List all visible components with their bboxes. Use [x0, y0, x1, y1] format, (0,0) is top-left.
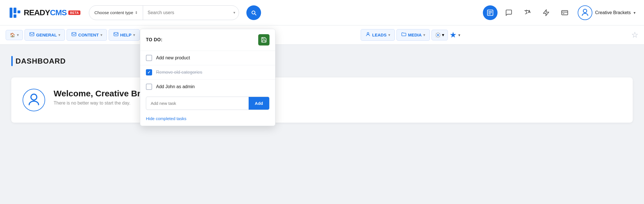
nav-bar: 🏠 ▾ GENERAL ▾ CONTENT ▾: [0, 25, 644, 45]
credit-card-icon: [561, 9, 568, 16]
general-label: GENERAL: [36, 32, 57, 37]
nav-item-leads[interactable]: LEADS ▾: [361, 29, 395, 41]
svg-point-15: [437, 34, 439, 36]
media-icon: [401, 32, 406, 38]
todo-title: TO DO:: [146, 37, 163, 42]
home-icon: 🏠: [10, 32, 15, 38]
todo-checkbox-3[interactable]: [146, 84, 152, 90]
content-envelope-icon: [71, 32, 76, 37]
todo-item-3: Add John as admin: [140, 79, 275, 94]
home-chevron-icon: ▾: [17, 33, 19, 37]
header-icons: Creative Brackets ▾: [483, 5, 636, 20]
chat-icon: [505, 9, 512, 16]
leads-user-icon: [365, 32, 371, 37]
nav-right: LEADS ▾ MEDIA ▾ ▾ ★ ▾ ☆: [361, 29, 638, 41]
svg-rect-3: [17, 10, 20, 13]
help-chevron-icon: ▾: [133, 33, 135, 37]
nav-item-content[interactable]: CONTENT ▾: [67, 29, 107, 41]
logo-cms-text: CMS: [50, 8, 67, 17]
media-chevron-icon: ▾: [423, 33, 425, 37]
svg-point-14: [367, 32, 369, 34]
lightning-button[interactable]: [539, 5, 553, 20]
search-dropdown-arrow-icon[interactable]: ▾: [233, 10, 239, 15]
search-input[interactable]: [143, 10, 233, 15]
svg-rect-11: [30, 32, 34, 36]
todo-dropdown: TO DO: Add new product Remove old catego…: [140, 29, 275, 126]
dashboard-avatar: [23, 89, 45, 111]
lightning-icon: [542, 9, 550, 16]
todo-list-button[interactable]: [483, 5, 498, 20]
logo-text: READYCMSBETA: [24, 8, 80, 17]
settings-icon: [435, 32, 441, 38]
folder-icon: [401, 32, 406, 37]
todo-save-button[interactable]: [258, 34, 270, 45]
user-avatar-icon: [581, 8, 589, 17]
todo-checkbox-2[interactable]: [146, 69, 152, 75]
header: READYCMSBETA Choose content type ⇕ ▾: [0, 0, 644, 25]
page-title-bar: [11, 56, 13, 66]
envelope-icon: [29, 32, 34, 37]
todo-list-icon: [487, 9, 494, 16]
logo-icon: [8, 6, 21, 19]
svg-rect-1: [14, 8, 16, 13]
search-icon: [251, 10, 257, 16]
todo-item-1: Add new product: [140, 51, 275, 65]
add-task-button[interactable]: Add: [249, 97, 269, 110]
beta-badge: BETA: [68, 10, 80, 15]
svg-rect-0: [10, 8, 12, 18]
user-area[interactable]: Creative Brackets ▾: [578, 5, 636, 20]
dashboard-avatar-icon: [27, 93, 41, 107]
general-icon: [29, 32, 34, 38]
todo-checkbox-1[interactable]: [146, 55, 152, 61]
page-title: DASHBOARD: [16, 57, 66, 66]
page-title-area: DASHBOARD: [11, 56, 633, 66]
settings-chevron-icon: ▾: [442, 32, 444, 38]
content-icon: [71, 32, 76, 38]
todo-label-2: Remove old categories: [156, 70, 202, 75]
help-envelope-icon: [113, 32, 119, 37]
todo-input-area: Add: [146, 97, 270, 110]
todo-label-3: Add John as admin: [156, 84, 195, 89]
content-type-arrows: ⇕: [135, 11, 138, 15]
content-type-label: Choose content type: [94, 10, 133, 15]
media-label: MEDIA: [408, 32, 422, 37]
help-icon: [113, 32, 119, 38]
star-chevron-icon[interactable]: ▾: [458, 33, 460, 37]
main-content: DASHBOARD Welcome, Creative Brack... The…: [0, 45, 644, 134]
nav-item-media[interactable]: MEDIA ▾: [397, 29, 430, 41]
content-chevron-icon: ▾: [100, 33, 102, 37]
nav-item-help[interactable]: HELP ▾: [109, 29, 140, 41]
leads-icon: [365, 32, 371, 38]
nav-item-general[interactable]: GENERAL ▾: [25, 29, 65, 41]
content-label: CONTENT: [78, 32, 99, 37]
add-task-input[interactable]: [146, 97, 249, 110]
content-type-selector[interactable]: Choose content type ⇕: [89, 6, 143, 20]
todo-label-1: Add new product: [156, 55, 190, 60]
leads-label: LEADS: [372, 32, 387, 37]
svg-rect-8: [562, 10, 568, 15]
todo-header: TO DO:: [140, 29, 275, 51]
logo-area: READYCMSBETA: [8, 6, 80, 19]
dashboard-card: Welcome, Creative Brack... There is no b…: [11, 77, 633, 123]
translate-button[interactable]: [520, 5, 535, 20]
svg-rect-13: [114, 32, 118, 36]
hide-completed-link[interactable]: Hide completed tasks: [146, 116, 186, 121]
credit-card-button[interactable]: [557, 5, 572, 20]
user-chevron-icon: ▾: [634, 10, 636, 15]
search-button[interactable]: [246, 5, 261, 20]
todo-footer: Hide completed tasks: [140, 114, 275, 126]
general-chevron-icon: ▾: [58, 33, 60, 37]
star-inactive-icon[interactable]: ☆: [631, 30, 638, 40]
user-name: Creative Brackets: [595, 10, 631, 15]
todo-item-2: Remove old categories: [140, 65, 275, 79]
leads-chevron-icon: ▾: [388, 33, 390, 37]
settings-button[interactable]: ▾: [431, 30, 448, 40]
star-active-icon[interactable]: ★: [450, 30, 457, 40]
chat-button[interactable]: [501, 5, 516, 20]
svg-rect-12: [72, 32, 76, 36]
help-label: HELP: [120, 32, 132, 37]
user-avatar: [578, 5, 592, 20]
nav-item-home[interactable]: 🏠 ▾: [6, 30, 23, 40]
save-icon: [261, 37, 267, 43]
logo-ready-text: READY: [24, 8, 50, 17]
